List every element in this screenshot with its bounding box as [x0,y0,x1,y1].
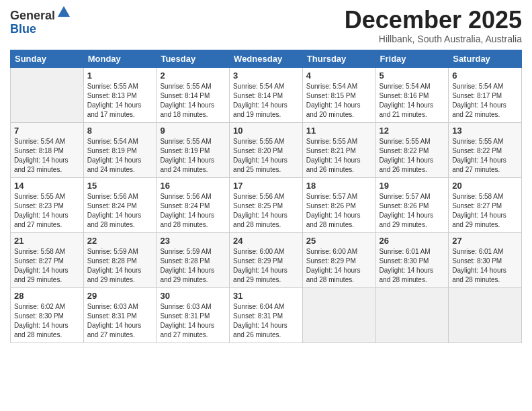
sunrise-text: Sunrise: 5:54 AM [452,83,503,90]
sunset-text: Sunset: 8:25 PM [233,202,283,210]
table-row: 31 Sunrise: 6:04 AM Sunset: 8:31 PM Dayl… [230,287,303,342]
cell-content: Sunrise: 6:00 AM Sunset: 8:29 PM Dayligh… [306,247,372,285]
day-number: 31 [233,291,299,301]
day-number: 11 [306,126,372,136]
cell-content: Sunrise: 5:59 AM Sunset: 8:28 PM Dayligh… [160,247,226,285]
day-number: 25 [306,236,372,246]
table-row: 9 Sunrise: 5:55 AM Sunset: 8:19 PM Dayli… [157,122,230,177]
day-number: 22 [87,236,153,246]
calendar-week-row: 7 Sunrise: 5:54 AM Sunset: 8:18 PM Dayli… [11,122,522,177]
sunset-text: Sunset: 8:27 PM [452,202,502,210]
svg-marker-0 [58,6,70,17]
table-row [375,287,449,342]
col-saturday: Saturday [449,50,522,67]
daylight-text: Daylight: 14 hours and 28 minutes. [452,267,506,283]
col-wednesday: Wednesday [230,50,303,67]
cell-content: Sunrise: 5:55 AM Sunset: 8:23 PM Dayligh… [14,192,80,230]
sunset-text: Sunset: 8:31 PM [87,312,137,320]
daylight-text: Daylight: 14 hours and 29 minutes. [380,212,434,228]
table-row: 3 Sunrise: 5:54 AM Sunset: 8:14 PM Dayli… [230,67,303,122]
sunrise-text: Sunrise: 5:56 AM [160,193,211,200]
sunset-text: Sunset: 8:19 PM [160,147,210,154]
sunrise-text: Sunrise: 5:57 AM [380,193,431,200]
day-number: 12 [380,126,445,136]
day-number: 29 [87,291,153,301]
title-block: December 2025 Hillbank, South Australia,… [345,7,522,44]
daylight-text: Daylight: 14 hours and 27 minutes. [452,156,506,173]
sunrise-text: Sunrise: 5:54 AM [87,138,138,145]
table-row [11,67,84,122]
cell-content: Sunrise: 5:59 AM Sunset: 8:28 PM Dayligh… [87,247,153,285]
daylight-text: Daylight: 14 hours and 28 minutes. [14,322,69,338]
daylight-text: Daylight: 14 hours and 23 minutes. [14,156,69,173]
sunset-text: Sunset: 8:28 PM [87,257,137,265]
sunrise-text: Sunrise: 5:54 AM [306,83,357,90]
table-row: 10 Sunrise: 5:55 AM Sunset: 8:20 PM Dayl… [230,122,303,177]
day-number: 5 [380,71,445,81]
sunset-text: Sunset: 8:13 PM [87,92,137,99]
sunrise-text: Sunrise: 6:03 AM [160,303,211,310]
day-number: 30 [160,291,226,301]
table-row: 26 Sunrise: 6:01 AM Sunset: 8:30 PM Dayl… [375,232,449,287]
daylight-text: Daylight: 14 hours and 28 minutes. [380,267,434,283]
daylight-text: Daylight: 14 hours and 22 minutes. [452,101,506,118]
cell-content: Sunrise: 5:54 AM Sunset: 8:14 PM Dayligh… [233,82,299,120]
sunset-text: Sunset: 8:22 PM [452,147,502,154]
daylight-text: Daylight: 14 hours and 28 minutes. [306,212,361,228]
cell-content: Sunrise: 5:57 AM Sunset: 8:26 PM Dayligh… [306,192,372,230]
calendar-week-row: 14 Sunrise: 5:55 AM Sunset: 8:23 PM Dayl… [11,177,522,232]
sunrise-text: Sunrise: 5:55 AM [380,138,431,145]
logo-blue: Blue [10,22,36,36]
daylight-text: Daylight: 14 hours and 28 minutes. [306,267,361,283]
day-number: 13 [452,126,518,136]
sunrise-text: Sunrise: 5:54 AM [233,83,284,90]
sunrise-text: Sunrise: 5:55 AM [452,138,503,145]
table-row: 5 Sunrise: 5:54 AM Sunset: 8:16 PM Dayli… [375,67,449,122]
sunset-text: Sunset: 8:22 PM [380,147,429,154]
daylight-text: Daylight: 14 hours and 20 minutes. [306,101,361,118]
month-title: December 2025 [345,7,522,34]
calendar-week-row: 1 Sunrise: 5:55 AM Sunset: 8:13 PM Dayli… [11,67,522,122]
sunrise-text: Sunrise: 5:58 AM [452,193,503,200]
table-row: 25 Sunrise: 6:00 AM Sunset: 8:29 PM Dayl… [302,232,375,287]
cell-content: Sunrise: 5:54 AM Sunset: 8:17 PM Dayligh… [452,82,518,120]
cell-content: Sunrise: 5:55 AM Sunset: 8:20 PM Dayligh… [233,137,299,175]
day-number: 1 [87,71,153,81]
table-row: 11 Sunrise: 5:55 AM Sunset: 8:21 PM Dayl… [302,122,375,177]
day-number: 23 [160,236,226,246]
day-number: 26 [380,236,445,246]
day-number: 17 [233,181,299,191]
daylight-text: Daylight: 14 hours and 29 minutes. [87,267,142,283]
table-row [449,287,522,342]
subtitle: Hillbank, South Australia, Australia [345,34,522,44]
daylight-text: Daylight: 14 hours and 26 minutes. [380,156,434,173]
cell-content: Sunrise: 5:58 AM Sunset: 8:27 PM Dayligh… [14,247,80,285]
day-number: 21 [14,236,80,246]
table-row: 29 Sunrise: 6:03 AM Sunset: 8:31 PM Dayl… [83,287,157,342]
table-row: 20 Sunrise: 5:58 AM Sunset: 8:27 PM Dayl… [449,177,522,232]
sunrise-text: Sunrise: 5:54 AM [14,138,65,145]
cell-content: Sunrise: 5:56 AM Sunset: 8:25 PM Dayligh… [233,192,299,230]
table-row: 22 Sunrise: 5:59 AM Sunset: 8:28 PM Dayl… [83,232,157,287]
sunset-text: Sunset: 8:30 PM [14,312,64,320]
daylight-text: Daylight: 14 hours and 26 minutes. [233,322,287,338]
sunrise-text: Sunrise: 5:56 AM [233,193,284,200]
daylight-text: Daylight: 14 hours and 28 minutes. [233,212,287,228]
calendar-week-row: 28 Sunrise: 6:02 AM Sunset: 8:30 PM Dayl… [11,287,522,342]
daylight-text: Daylight: 14 hours and 29 minutes. [452,212,506,228]
table-row: 21 Sunrise: 5:58 AM Sunset: 8:27 PM Dayl… [11,232,84,287]
sunset-text: Sunset: 8:27 PM [14,257,64,265]
day-number: 3 [233,71,299,81]
cell-content: Sunrise: 5:54 AM Sunset: 8:19 PM Dayligh… [87,137,153,175]
day-number: 4 [306,71,372,81]
cell-content: Sunrise: 5:55 AM Sunset: 8:22 PM Dayligh… [380,137,445,175]
daylight-text: Daylight: 14 hours and 29 minutes. [14,267,69,283]
cell-content: Sunrise: 6:03 AM Sunset: 8:31 PM Dayligh… [87,302,153,340]
sunset-text: Sunset: 8:29 PM [233,257,283,265]
table-row: 28 Sunrise: 6:02 AM Sunset: 8:30 PM Dayl… [11,287,84,342]
table-row: 30 Sunrise: 6:03 AM Sunset: 8:31 PM Dayl… [157,287,230,342]
col-thursday: Thursday [302,50,375,67]
table-row: 27 Sunrise: 6:01 AM Sunset: 8:30 PM Dayl… [449,232,522,287]
cell-content: Sunrise: 5:54 AM Sunset: 8:18 PM Dayligh… [14,137,80,175]
sunrise-text: Sunrise: 5:58 AM [14,248,65,255]
